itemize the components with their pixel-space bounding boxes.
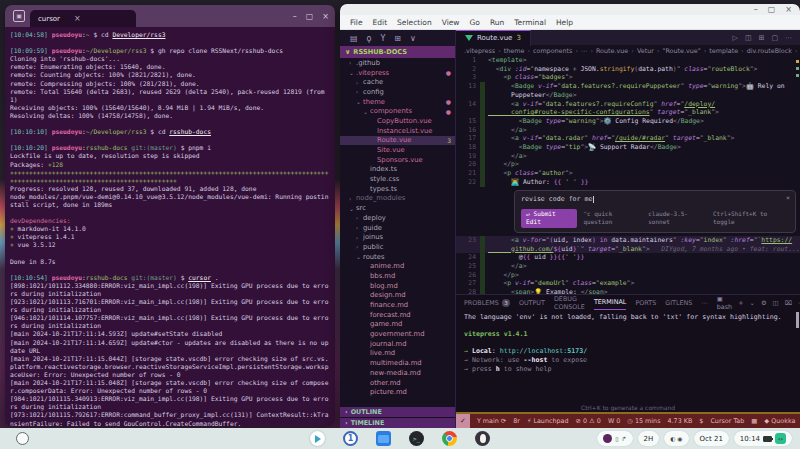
source-control-icon[interactable]: Υ xyxy=(380,34,385,43)
tree-item-.vitepress[interactable]: ⌄.vitepress● xyxy=(340,68,455,78)
tree-item-journal.md[interactable]: journal.md xyxy=(340,339,455,349)
breadcrumb-item[interactable]: Route.vue xyxy=(596,47,628,55)
panel-tab-gitlens[interactable]: GITLENS xyxy=(665,299,692,307)
breadcrumb[interactable]: .vitepress›theme›components›⋯›Route.vue›… xyxy=(456,45,800,56)
tree-item-finance.md[interactable]: finance.md xyxy=(340,300,455,310)
play-store-icon[interactable] xyxy=(310,431,325,446)
tree-item-design.md[interactable]: design.md xyxy=(340,291,455,301)
breadcrumb-item[interactable]: Vetur xyxy=(637,47,654,55)
explorer-project-header[interactable]: ∨ RSSHUB-DOCS xyxy=(340,46,455,58)
timeline-section[interactable]: › TIMELINE xyxy=(340,418,455,428)
files-app-icon[interactable] xyxy=(376,431,391,446)
tree-item-blog.md[interactable]: blog.md xyxy=(340,281,455,291)
files-icon[interactable]: ▤ xyxy=(350,34,358,43)
status-item[interactable]: W 0 xyxy=(608,417,620,425)
tree-item-public[interactable]: ›public xyxy=(340,242,455,252)
terminal-tab[interactable]: cursor × xyxy=(30,10,136,27)
launcher-button[interactable] xyxy=(16,432,29,445)
tree-item-government.md[interactable]: government.md xyxy=(340,329,455,339)
ai-prompt-input[interactable]: revise code for me xyxy=(521,195,592,204)
status-item[interactable]: 8r xyxy=(513,417,520,425)
tree-item-components[interactable]: ⌄components● xyxy=(340,106,455,116)
maximize-icon[interactable]: ▢ xyxy=(768,5,776,14)
chevron-down-icon[interactable]: ∨ xyxy=(410,34,416,43)
minimize-icon[interactable]: – xyxy=(754,5,758,14)
panel-action-icon[interactable]: + xyxy=(738,299,743,307)
tree-item-node_modules[interactable]: ›node_modules xyxy=(340,194,455,204)
integrated-terminal[interactable]: The language 'env' is not loaded, fallin… xyxy=(456,310,800,402)
tree-item-joinus[interactable]: ›joinus xyxy=(340,232,455,242)
tree-item-new-media.md[interactable]: new-media.md xyxy=(340,368,455,378)
tree-item-multimedia.md[interactable]: multimedia.md xyxy=(340,358,455,368)
close-icon[interactable]: × xyxy=(786,194,790,203)
menu-item-run[interactable]: Run xyxy=(486,17,508,28)
onepassword-icon[interactable]: 1 xyxy=(343,431,358,446)
editor-action-icon[interactable]: ⊞ xyxy=(759,34,765,42)
quick-question-hint[interactable]: ^c quick question xyxy=(583,210,642,227)
status-item[interactable]: $ xyxy=(699,417,703,425)
tree-item-anime.md[interactable]: anime.md xyxy=(340,261,455,271)
quick-toggles-pill[interactable]: ◐ ◉ xyxy=(664,431,688,446)
tree-item-Site.vue[interactable]: Site.vue xyxy=(340,145,455,155)
panel-action-icon[interactable]: ⚙ xyxy=(761,299,767,307)
editor-action-icon[interactable]: ⋯ xyxy=(785,34,792,42)
tab-close-icon[interactable]: × xyxy=(74,14,81,23)
status-item[interactable]: ▦ xyxy=(751,417,757,425)
close-icon[interactable]: × xyxy=(322,12,329,21)
vscode-titlebar[interactable]: – ▢ × xyxy=(340,4,800,15)
tree-item-live.md[interactable]: live.md xyxy=(340,349,455,359)
panel-tab-problems[interactable]: PROBLEMS3 xyxy=(464,299,510,307)
breadcrumb-item[interactable]: ⋯ xyxy=(581,47,587,55)
tree-item-routes[interactable]: ⌄routes xyxy=(340,252,455,262)
tree-item-Route.vue[interactable]: Route.vue3 xyxy=(340,136,455,146)
panel-tab-⋯[interactable]: ⋯ xyxy=(701,299,707,307)
tree-item-index.ts[interactable]: index.ts xyxy=(340,165,455,175)
status-area[interactable]: 10:14 ‹› xyxy=(734,431,792,446)
panel-action-icon[interactable]: ⌧ xyxy=(785,299,792,307)
tab-route-vue[interactable]: Route.vue 3 xyxy=(456,30,531,46)
panel-tab-output[interactable]: OUTPUT xyxy=(519,299,545,307)
tree-item-deploy[interactable]: ›deploy xyxy=(340,213,455,223)
status-item[interactable]: ⊘ 0 ⚠ 0 xyxy=(576,417,601,425)
status-item[interactable]: Cursor Tab xyxy=(710,417,744,425)
tree-item-picture.md[interactable]: picture.md xyxy=(340,387,455,397)
tree-item-style.css[interactable]: style.css xyxy=(340,174,455,184)
menu-item-file[interactable]: File xyxy=(346,17,367,28)
chrome-icon[interactable] xyxy=(442,431,457,446)
tree-item-CopyButton.vue[interactable]: CopyButton.vue xyxy=(340,116,455,126)
tree-item-other.md[interactable]: other.md xyxy=(340,378,455,388)
date-pill[interactable]: Oct 21 xyxy=(694,431,729,446)
breadcrumb-item[interactable]: div.routeBlock xyxy=(747,47,792,55)
terminal-output[interactable]: [10:04:58] pseudoyu:~ $ cd Developer/rss… xyxy=(5,27,335,426)
tree-item-game.md[interactable]: game.md xyxy=(340,320,455,330)
terminal-app-icon[interactable]: >_ xyxy=(409,431,424,446)
panel-action-icon[interactable]: ◫ xyxy=(773,299,779,307)
tree-item-cache[interactable]: ›cache xyxy=(340,77,455,87)
tree-item-types.ts[interactable]: types.ts xyxy=(340,184,455,194)
status-item[interactable]: ⚡ Launchpad xyxy=(527,417,569,425)
editor-action-icon[interactable]: ▷ xyxy=(732,34,737,42)
phone-hub-pill[interactable]: ▯ ↱ xyxy=(597,431,632,446)
status-item[interactable]: 4.73 KB xyxy=(667,417,692,425)
linux-penguin-icon[interactable] xyxy=(475,431,490,446)
menu-item-edit[interactable]: Edit xyxy=(369,17,392,28)
status-item[interactable]: ◆ Quokka xyxy=(764,417,795,425)
editor-action-icon[interactable]: ▢ xyxy=(771,34,778,42)
outline-section[interactable]: › OUTLINE xyxy=(340,407,455,417)
tree-item-theme[interactable]: ⌄theme● xyxy=(340,97,455,107)
menu-item-view[interactable]: View xyxy=(438,17,464,28)
tree-item-guide[interactable]: ›guide xyxy=(340,223,455,233)
breadcrumb-item[interactable]: "Route.vue" xyxy=(662,47,700,55)
remote-indicator[interactable]: ✓ xyxy=(456,414,470,428)
tree-item-forecast.md[interactable]: forecast.md xyxy=(340,310,455,320)
breadcrumb-item[interactable]: components xyxy=(533,47,572,55)
panel-tab-debug console[interactable]: DEBUG CONSOLE xyxy=(554,295,585,311)
submit-edit-button[interactable]: ↵ Submit Edit xyxy=(521,209,577,228)
status-item[interactable]: ◷ 15 mins xyxy=(627,417,660,425)
menu-item-terminal[interactable]: Terminal xyxy=(510,17,550,28)
panel-action-icon[interactable]: ⌄ xyxy=(750,299,755,307)
panel-tab-terminal[interactable]: TERMINAL xyxy=(594,295,627,310)
minimize-icon[interactable]: – xyxy=(293,12,297,21)
tree-item-bbs.md[interactable]: bbs.md xyxy=(340,271,455,281)
extensions-icon[interactable]: ⊞ xyxy=(394,34,401,43)
